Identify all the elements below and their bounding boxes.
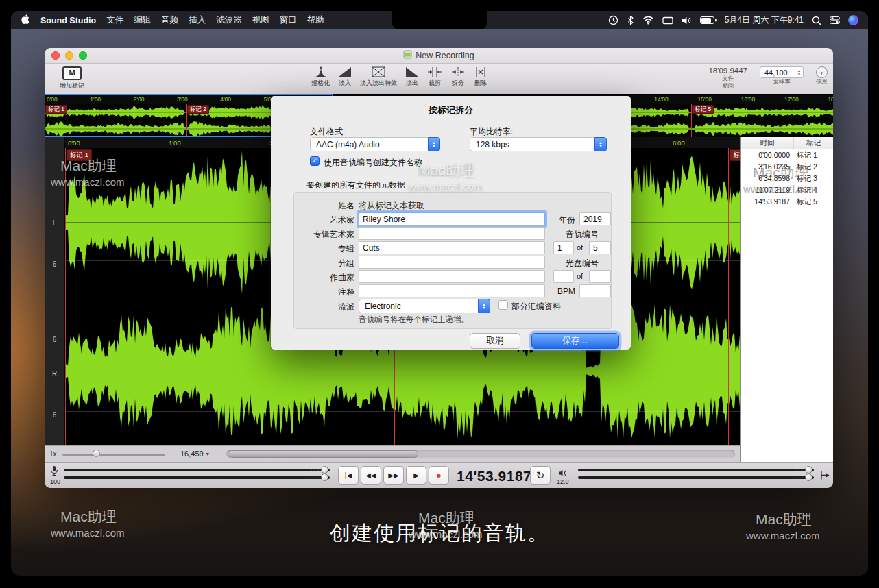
- time-column-header[interactable]: 时间: [741, 137, 794, 149]
- menu-view[interactable]: 视图: [252, 14, 269, 26]
- crop-button[interactable]: 裁剪: [425, 66, 444, 88]
- play-button[interactable]: ▶: [406, 466, 426, 485]
- disc-number-field[interactable]: [553, 270, 574, 283]
- marker-row[interactable]: 14'53.9187标记 5: [741, 196, 833, 208]
- grouping-field[interactable]: [359, 256, 545, 269]
- fast-forward-button[interactable]: ▶▶: [383, 466, 404, 485]
- horizontal-scrollbar[interactable]: [226, 450, 735, 458]
- input-slider-right[interactable]: [64, 476, 330, 479]
- marker-flag[interactable]: 标记 1: [45, 105, 67, 114]
- detent-dots: [311, 477, 319, 478]
- app-menu-title[interactable]: Sound Studio: [40, 16, 96, 25]
- record-button[interactable]: ●: [429, 466, 449, 485]
- volume-icon[interactable]: [682, 16, 692, 25]
- marker-row[interactable]: 11'07.2119标记 4: [741, 184, 833, 196]
- split-button[interactable]: 拆分: [448, 66, 468, 88]
- disc-total-field[interactable]: [589, 270, 611, 283]
- zoom-slider[interactable]: [62, 454, 165, 456]
- comment-field[interactable]: [359, 284, 545, 297]
- menu-insert[interactable]: 插入: [189, 14, 206, 26]
- file-duration-display: 18'09.9447 文件 期间: [708, 66, 747, 90]
- bluetooth-icon[interactable]: [627, 15, 634, 25]
- marker-row[interactable]: 6'34.8598标记 3: [741, 173, 833, 184]
- battery-icon[interactable]: [700, 16, 717, 24]
- menubar-clock[interactable]: 5月4日 周六 下午9:41: [725, 14, 804, 26]
- album-field[interactable]: [359, 241, 545, 254]
- channel-gutter: L 6 6 R 6: [45, 137, 65, 445]
- delete-button[interactable]: 删除: [472, 66, 490, 88]
- output-routing-icon[interactable]: [820, 470, 830, 483]
- output-slider-right[interactable]: [578, 476, 814, 479]
- file-format-dropdown[interactable]: AAC (m4a) Audio ▲▼: [310, 137, 440, 151]
- slider-knob[interactable]: [805, 466, 812, 474]
- slider-knob[interactable]: [321, 466, 328, 474]
- transport-bar: 100 |◀ ◀◀ ▶▶ ▶ ● 14'53.9187 ↻ 12.0: [45, 462, 833, 488]
- artist-field[interactable]: [359, 212, 545, 225]
- menu-edit[interactable]: 编辑: [134, 14, 151, 26]
- loop-button[interactable]: ↻: [530, 466, 551, 485]
- zoom-slider-knob[interactable]: [93, 450, 100, 457]
- wifi-icon[interactable]: [642, 16, 654, 25]
- fade-effects-button[interactable]: 淡入淡出特效: [358, 66, 399, 88]
- marker-row[interactable]: 0'00.0000标记 1: [741, 149, 833, 161]
- bpm-field[interactable]: [579, 284, 611, 297]
- marker-row[interactable]: 3'16.0235标记 2: [741, 161, 833, 173]
- maximize-button[interactable]: [79, 51, 87, 60]
- album-artist-field[interactable]: [359, 227, 545, 240]
- close-button[interactable]: [51, 51, 60, 60]
- track-number-field[interactable]: [553, 241, 574, 254]
- marker-flag[interactable]: 标记 1: [67, 149, 92, 161]
- composer-field[interactable]: [359, 270, 545, 283]
- scrollbar-thumb[interactable]: [228, 450, 418, 458]
- name-value: 将从标记文本获取: [359, 200, 424, 212]
- rewind-button[interactable]: ◀◀: [361, 466, 381, 485]
- marker-flag[interactable]: 标记 5: [692, 105, 714, 114]
- time-machine-icon[interactable]: [608, 15, 618, 25]
- skip-back-button[interactable]: |◀: [338, 466, 359, 485]
- add-marker-button[interactable]: M 增加标记: [60, 66, 84, 90]
- input-slider-left[interactable]: [64, 469, 330, 471]
- menu-help[interactable]: 帮助: [307, 14, 324, 26]
- year-label: 年份: [548, 215, 575, 226]
- menu-window[interactable]: 窗口: [280, 14, 297, 26]
- marker-column-header[interactable]: 标记: [794, 137, 833, 149]
- record-icon: ●: [436, 470, 442, 480]
- display-icon[interactable]: [662, 16, 673, 25]
- use-track-numbers-checkbox[interactable]: ✓: [310, 156, 320, 166]
- track-total-field[interactable]: [589, 241, 611, 254]
- zoom-scale-label: 1x: [49, 450, 57, 458]
- file-format-label: 文件格式:: [310, 126, 345, 138]
- apple-menu-icon[interactable]: [21, 14, 30, 26]
- minimize-button[interactable]: [65, 51, 73, 60]
- cancel-button[interactable]: 取消: [470, 333, 520, 349]
- compilation-checkbox[interactable]: [498, 300, 508, 310]
- sample-rate-stepper[interactable]: 44,100 ▲▼: [760, 66, 804, 78]
- delete-icon: [474, 66, 487, 77]
- title-bar[interactable]: New Recording: [45, 48, 833, 64]
- bitrate-dropdown[interactable]: 128 kbps ▲▼: [470, 137, 607, 151]
- menu-file[interactable]: 文件: [106, 14, 123, 26]
- search-icon[interactable]: [812, 16, 821, 25]
- normalize-button[interactable]: 规格化: [309, 66, 332, 88]
- playhead-time-display: 14'53.9187: [457, 468, 531, 485]
- channel-label-left: L: [45, 219, 64, 227]
- genre-dropdown[interactable]: Electronic ▲▼: [359, 299, 490, 313]
- menu-filter[interactable]: 滤波器: [216, 14, 242, 26]
- menu-audio[interactable]: 音频: [161, 14, 178, 26]
- save-button[interactable]: 保存…: [531, 333, 619, 349]
- siri-icon[interactable]: [848, 15, 858, 25]
- detent-dots: [795, 477, 803, 478]
- marker-flag[interactable]: 标记 2: [187, 105, 209, 114]
- fade-out-button[interactable]: 淡出: [403, 66, 421, 88]
- marker-flag[interactable]: 标记 3: [730, 149, 740, 161]
- zoom-value-dropdown[interactable]: 16,459 ▾: [180, 450, 209, 458]
- slider-knob[interactable]: [321, 474, 328, 481]
- fade-in-button[interactable]: 淡入: [336, 66, 354, 88]
- output-slider-left[interactable]: [578, 469, 814, 471]
- name-label: 姓名: [301, 200, 354, 212]
- year-field[interactable]: [579, 212, 611, 225]
- markers-panel-header[interactable]: 时间 标记: [741, 137, 833, 149]
- control-center-icon[interactable]: [830, 16, 840, 24]
- info-button[interactable]: i: [816, 66, 828, 78]
- slider-knob[interactable]: [805, 474, 812, 481]
